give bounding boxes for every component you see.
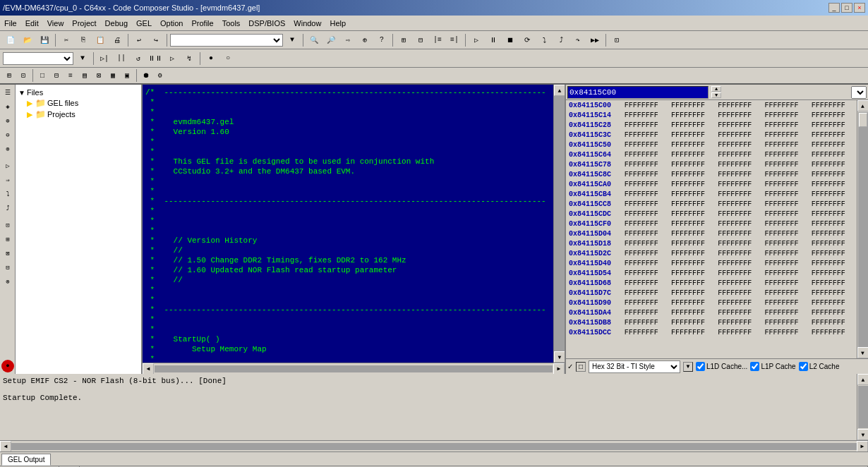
sidebar-icon-4[interactable]: ⊖ [1,128,14,141]
sidebar-icon-6[interactable]: ▷ [1,159,14,172]
tb-btn-6[interactable]: ⊕ [357,33,373,47]
tb3-btn4[interactable]: ⊟ [50,69,63,82]
hscroll-track[interactable] [155,365,553,372]
tb2-dropdown[interactable]: ▼ [75,51,90,66]
menu-dspbios[interactable]: DSP/BIOS [244,18,289,29]
sidebar-icon-8[interactable]: ⤵ [1,188,14,200]
find-button[interactable]: 🔍 [306,33,322,47]
sidebar-icon-3[interactable]: ⊕ [1,114,14,127]
redo-button[interactable]: ↪ [148,33,164,47]
sidebar-icon-14[interactable]: ⊗ [1,275,14,288]
table-row[interactable]: 0x84115DB8FFFFFFFFFFFFFFFFFFFFFFFFFFFFFF… [566,317,857,327]
open-button[interactable]: 📂 [20,33,35,47]
tb3-btn8[interactable]: ▦ [107,69,119,82]
sidebar-icon-5[interactable]: ⊗ [1,142,14,155]
table-row[interactable]: 0x84115DCCFFFFFFFFFFFFFFFFFFFFFFFFFFFFFF… [566,327,857,337]
tb-btn-20[interactable]: ⊡ [609,33,625,47]
tb-btn-7[interactable]: ? [374,33,390,47]
table-row[interactable]: 0x84115C14FFFFFFFFFFFFFFFFFFFFFFFFFFFFFF… [566,110,857,120]
tb-btn-17[interactable]: ⤴ [553,33,569,47]
table-row[interactable]: 0x84115CF0FFFFFFFFFFFFFFFFFFFFFFFFFFFFFF… [566,219,857,229]
mem-format-arrow[interactable]: ▼ [683,362,693,372]
tb-btn-13[interactable]: ⏸ [486,33,501,47]
mem-format-select[interactable]: Hex 32 Bit - TI Style [589,360,680,373]
tb2-btn3[interactable]: ↺ [131,51,146,66]
combo-dropdown[interactable]: ▼ [284,33,300,47]
tab-gel-output[interactable]: GEL Output [1,454,51,466]
table-row[interactable]: 0x84115C8CFFFFFFFFFFFFFFFFFFFFFFFFFFFFFF… [566,169,857,179]
tb-btn-18[interactable]: ↷ [570,33,586,47]
vscroll-track-editor[interactable] [554,96,565,351]
sidebar-icon-7[interactable]: ⇒ [1,174,14,186]
target-combo[interactable] [3,52,73,65]
menu-help[interactable]: Help [325,18,350,29]
out-hscroll-track[interactable] [11,443,857,450]
tree-projects[interactable]: ▶ 📁 Projects [18,109,138,120]
tb3-btn3[interactable]: □ [36,69,49,82]
tb2-btn5[interactable]: ▷ [164,51,180,66]
vscroll-down-btn[interactable]: ▼ [554,351,565,363]
tb2-btn2[interactable]: || [114,51,129,66]
tb2-btn4[interactable]: ⏸⏸ [147,51,163,66]
menu-project[interactable]: Project [68,18,100,29]
tb2-btn7[interactable]: ● [203,51,219,66]
mem-l1p-checkbox[interactable] [750,362,759,371]
tb3-btn7[interactable]: ⊠ [92,69,105,82]
sidebar-icon-13[interactable]: ⊟ [1,261,14,274]
menu-profile[interactable]: Profile [187,18,217,29]
close-button[interactable]: × [854,3,865,13]
tb-btn-19[interactable]: ▶▶ [587,33,603,47]
tb3-btn10[interactable]: ⏺ [140,69,152,82]
tb-btn-9[interactable]: ⊟ [413,33,428,47]
menu-window[interactable]: Window [289,18,325,29]
table-row[interactable]: 0x84115CC8FFFFFFFFFFFFFFFFFFFFFFFFFFFFFF… [566,199,857,209]
table-row[interactable]: 0x84115C28FFFFFFFFFFFFFFFFFFFFFFFFFFFFFF… [566,120,857,130]
paste-button[interactable]: 📋 [92,33,108,47]
sidebar-icon-10[interactable]: ⊡ [1,219,14,231]
file-combo[interactable] [170,34,283,47]
out-hscroll-left[interactable]: ◀ [0,441,11,452]
out-hscroll-right[interactable]: ▶ [857,441,868,452]
mem-l2-checkbox[interactable] [799,362,808,371]
table-row[interactable]: 0x84115D68FFFFFFFFFFFFFFFFFFFFFFFFFFFFFF… [566,278,857,288]
tb3-btn5[interactable]: ≡ [64,69,77,82]
table-row[interactable]: 0x84115D54FFFFFFFFFFFFFFFFFFFFFFFFFFFFFF… [566,268,857,278]
print-button[interactable]: 🖨 [109,33,125,47]
copy-button[interactable]: ⎘ [76,33,91,47]
hscroll-right-btn[interactable]: ▶ [553,363,565,375]
save-button[interactable]: 💾 [37,33,52,47]
mem-l2-check[interactable]: L2 Cache [799,362,840,371]
menu-option[interactable]: Option [156,18,187,29]
tb3-btn11[interactable]: ⚙ [154,69,167,82]
menu-edit[interactable]: Edit [21,18,43,29]
menu-view[interactable]: View [43,18,68,29]
minimize-button[interactable]: _ [828,3,840,13]
tree-root[interactable]: ▼ Files [18,87,138,97]
table-row[interactable]: 0x84115D04FFFFFFFFFFFFFFFFFFFFFFFFFFFFFF… [566,229,857,238]
tb-btn-12[interactable]: ▷ [469,33,484,47]
vscroll-up-btn[interactable]: ▲ [554,85,565,96]
tree-gel-files[interactable]: ▶ 📁 GEL files [18,97,138,109]
menu-debug[interactable]: Debug [101,18,132,29]
mem-page-select[interactable] [851,86,867,99]
sidebar-icon-9[interactable]: ⤴ [1,202,14,214]
tb-btn-10[interactable]: |≡ [430,33,445,47]
sidebar-icon-12[interactable]: ⊠ [1,247,14,260]
tb2-btn1[interactable]: ▷| [97,51,112,66]
table-row[interactable]: 0x84115C64FFFFFFFFFFFFFFFFFFFFFFFFFFFFFF… [566,150,857,159]
menu-tools[interactable]: Tools [218,18,245,29]
table-row[interactable]: 0x84115D7CFFFFFFFFFFFFFFFFFFFFFFFFFFFFFF… [566,288,857,298]
undo-button[interactable]: ↩ [131,33,147,47]
table-row[interactable]: 0x84115CA0FFFFFFFFFFFFFFFFFFFFFFFFFFFFFF… [566,179,857,189]
tb3-btn9[interactable]: ▣ [121,69,133,82]
find2-button[interactable]: 🔎 [323,33,339,47]
table-row[interactable]: 0x84115D90FFFFFFFFFFFFFFFFFFFFFFFFFFFFFF… [566,298,857,308]
out-vscroll-up[interactable]: ▲ [857,374,868,385]
out-vscroll-track[interactable] [858,386,868,428]
tb-btn-15[interactable]: ⟳ [519,33,535,47]
tb3-btn1[interactable]: ⊞ [3,69,16,82]
memory-address-input[interactable] [567,86,709,99]
mem-vscroll-up[interactable]: ▲ [857,100,869,111]
tb-btn-16[interactable]: ⤵ [536,33,552,47]
table-row[interactable]: 0x84115C3CFFFFFFFFFFFFFFFFFFFFFFFFFFFFFF… [566,130,857,140]
